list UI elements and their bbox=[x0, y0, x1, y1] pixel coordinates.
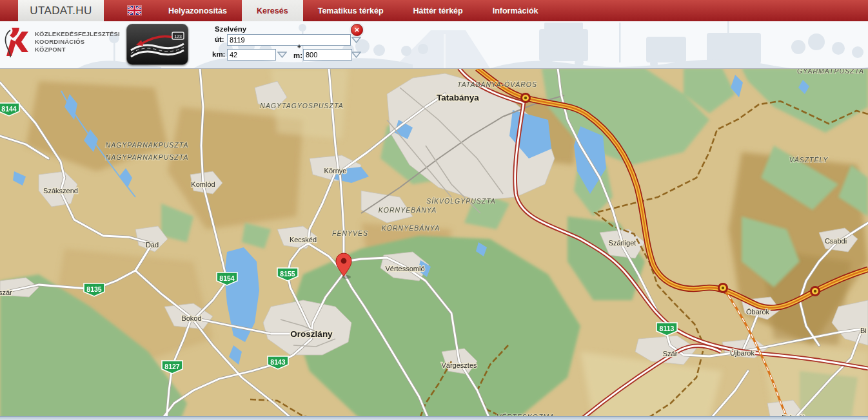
nav-item-helyazonositas[interactable]: Helyazonosítás bbox=[153, 0, 242, 21]
nav-item-tematikus-terkep[interactable]: Tematikus térkép bbox=[303, 0, 399, 21]
map-label: Dad bbox=[146, 241, 159, 249]
ut-input[interactable] bbox=[227, 34, 351, 46]
motorway-junction-dot bbox=[722, 287, 724, 289]
map-label: Bi bbox=[860, 327, 867, 334]
uk-flag-icon[interactable] bbox=[128, 6, 141, 15]
map-label: Kecskéd bbox=[290, 236, 317, 243]
shield-number: 8113 bbox=[660, 325, 675, 332]
map-label: NAGYPARNAKPUSZTA bbox=[106, 153, 189, 161]
map-label: FENYVES bbox=[332, 229, 368, 237]
shield-number: 8135 bbox=[86, 285, 102, 293]
shield-number: 8155 bbox=[280, 270, 295, 278]
ut-label: út: bbox=[215, 35, 224, 43]
motorway-junction-dot bbox=[814, 290, 816, 292]
shield-number: 8144 bbox=[1, 105, 17, 113]
map-viewport: 8144813581548155812781438113 TatabányaOr… bbox=[0, 68, 868, 417]
m-plus-label: + bbox=[297, 43, 301, 50]
form-title: Szelvény bbox=[215, 25, 246, 33]
map-label: Környe bbox=[324, 167, 347, 175]
km-label: km: bbox=[212, 50, 225, 58]
km-dropdown-arrow[interactable] bbox=[277, 52, 287, 58]
top-navbar: UTADAT.HU HelyazonosításKeresésTematikus… bbox=[0, 0, 868, 21]
map-label: Szákszend bbox=[43, 187, 78, 195]
bottom-edge-bar bbox=[0, 416, 868, 420]
map-label: KÖRNYEBÁNYA bbox=[382, 224, 440, 232]
map-label: Szárliget bbox=[609, 239, 636, 247]
m-dropdown-arrow[interactable] bbox=[351, 52, 361, 58]
nav-item-informaciok[interactable]: Információk bbox=[478, 0, 553, 21]
brand-logo[interactable]: UTADAT.HU bbox=[18, 0, 104, 21]
shield-number: 8143 bbox=[270, 358, 286, 366]
map-label: Szár bbox=[663, 350, 678, 358]
motorway-junction-dot bbox=[524, 97, 527, 99]
map-label: Vértessomló bbox=[385, 265, 424, 272]
map-label: VÁSZTÉLY bbox=[789, 156, 829, 164]
nav-item-hatter-terkep[interactable]: Háttér térkép bbox=[399, 0, 478, 21]
m-input[interactable] bbox=[303, 49, 352, 61]
pin-hole bbox=[341, 258, 347, 264]
szelveny-form: Szelvény ✕ út: km: + m: bbox=[0, 21, 868, 68]
header-panel: KÖZLEKEDÉSFEJLESZTÉSI KOORDINÁCIÓS KÖZPO… bbox=[0, 21, 868, 69]
map-label: Óbarok bbox=[746, 308, 770, 316]
map-label: szár bbox=[0, 289, 12, 296]
map-label: Oroszlány bbox=[290, 329, 333, 339]
map-label: NAGYTAGYOSPUSZTA bbox=[260, 102, 343, 110]
shield-number: 8154 bbox=[219, 274, 235, 282]
map-label: SÍKVÖLGYPUSZTA bbox=[426, 197, 496, 205]
map-label: Csabdi bbox=[825, 237, 847, 245]
map-label: KÖRNYEBÁNYA bbox=[379, 206, 437, 214]
map-label: Bokod bbox=[181, 314, 201, 322]
map-label: Várgesztes bbox=[441, 361, 477, 369]
map-canvas[interactable]: 8144813581548155812781438113 TatabányaOr… bbox=[0, 68, 868, 417]
close-icon[interactable]: ✕ bbox=[351, 24, 363, 36]
map-label: TATABÁNYA-ÓVÁROS bbox=[457, 81, 537, 88]
map-label: Komlód bbox=[191, 180, 215, 188]
shield-number: 8127 bbox=[164, 363, 180, 370]
nav-item-kereses[interactable]: Keresés bbox=[242, 0, 303, 21]
map-label: Tatabánya bbox=[437, 93, 479, 102]
nav-menu: HelyazonosításKeresésTematikus térképHát… bbox=[153, 0, 553, 21]
map-label: GYARMATPUSZTA bbox=[797, 68, 864, 75]
map-label: Újbarok bbox=[730, 349, 755, 357]
m-label: m: bbox=[293, 52, 302, 59]
ut-dropdown-arrow[interactable] bbox=[351, 37, 361, 43]
km-input[interactable] bbox=[227, 49, 276, 61]
map-label: NAGYPARNAKPUSZTA bbox=[106, 141, 189, 149]
